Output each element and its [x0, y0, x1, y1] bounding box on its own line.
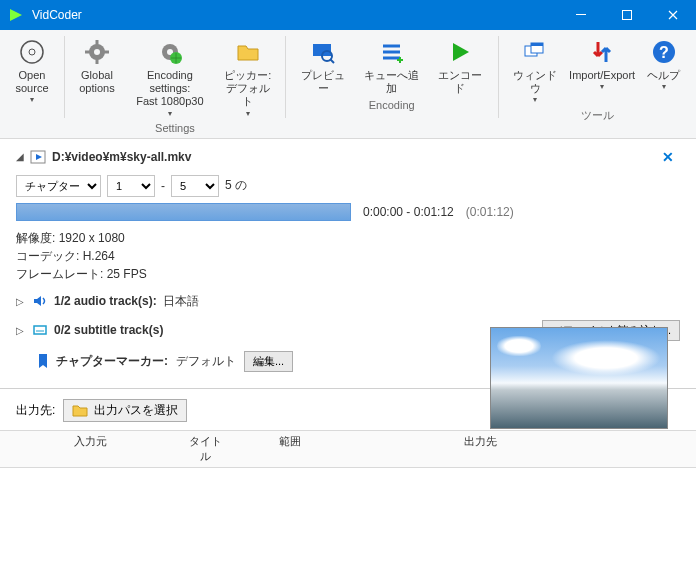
- open-source-label: Open source: [15, 69, 48, 95]
- help-icon: ?: [648, 36, 680, 68]
- col-range[interactable]: 範囲: [230, 431, 350, 467]
- svg-point-6: [94, 49, 100, 55]
- source-row: ◢ D:¥video¥m¥sky-all.mkv ✕: [16, 149, 680, 165]
- encode-button[interactable]: エンコード: [428, 34, 491, 97]
- queue-button[interactable]: キューへ追加: [355, 34, 428, 97]
- ribbon-group-settings: Global options Encoding settings: Fast 1…: [65, 34, 285, 136]
- import-export-button[interactable]: Import/Export ▾: [566, 34, 638, 106]
- chapter-select[interactable]: チャプター: [16, 175, 101, 197]
- open-source-button[interactable]: Open source ▾: [6, 34, 58, 106]
- preview-label: プレビュー: [298, 69, 349, 95]
- subtitle-count: 0/2 subtitle track(s): [54, 323, 163, 337]
- output-column-headers: 入力元 タイトル 範囲 出力先: [0, 430, 696, 468]
- encoding-settings-label: Encoding settings: Fast 1080p30: [129, 69, 211, 109]
- output-label: 出力先:: [16, 402, 55, 419]
- col-dest[interactable]: 出力先: [350, 431, 610, 467]
- choose-output-label: 出力パスを選択: [94, 402, 178, 419]
- chevron-down-icon: ▾: [533, 95, 537, 104]
- queue-label: キューへ追加: [361, 69, 422, 95]
- resolution-label: 解像度:: [16, 231, 55, 245]
- windows-icon: [519, 36, 551, 68]
- play-icon: [444, 36, 476, 68]
- audio-track-row: ▷ 1/2 audio track(s): 日本語: [16, 293, 680, 310]
- chapter-to[interactable]: 5: [171, 175, 219, 197]
- window-button[interactable]: ウィンドウ ▾: [504, 34, 566, 106]
- window-label: ウィンドウ: [510, 69, 560, 95]
- edit-chapters-button[interactable]: 編集...: [244, 351, 293, 372]
- framerate-label: フレームレート:: [16, 267, 103, 281]
- maximize-button[interactable]: [604, 0, 650, 30]
- speaker-icon: [32, 293, 48, 309]
- folder-icon: [72, 403, 88, 417]
- chapter-row: チャプター 1 - 5 5 の: [16, 175, 680, 197]
- svg-rect-1: [576, 14, 586, 15]
- svg-text:?: ?: [659, 44, 669, 61]
- encode-label: エンコード: [434, 69, 485, 95]
- svg-point-4: [29, 49, 35, 55]
- preview-thumbnail[interactable]: [490, 327, 668, 429]
- close-button[interactable]: [650, 0, 696, 30]
- expand-icon[interactable]: ▷: [16, 296, 26, 307]
- progress-row: 0:00:00 - 0:01:12 (0:01:12): [16, 203, 680, 221]
- expand-triangle-icon[interactable]: ◢: [16, 151, 24, 162]
- source-path: D:¥video¥m¥sky-all.mkv: [52, 150, 191, 164]
- chapter-of: 5 の: [225, 177, 247, 194]
- progress-bar[interactable]: [16, 203, 351, 221]
- help-button[interactable]: ? ヘルプ ▾: [638, 34, 690, 106]
- group-settings-label: Settings: [155, 122, 195, 136]
- time-duration: (0:01:12): [466, 205, 514, 219]
- titlebar: VidCoder: [0, 0, 696, 30]
- ribbon-group-encoding: プレビュー キューへ追加 エンコード Encoding: [286, 34, 498, 136]
- col-title[interactable]: タイトル: [180, 431, 230, 467]
- framerate-value: 25 FPS: [107, 267, 147, 281]
- help-label: ヘルプ: [647, 69, 680, 82]
- svg-line-16: [330, 59, 334, 63]
- expand-icon[interactable]: ▷: [16, 325, 26, 336]
- app-title: VidCoder: [32, 8, 558, 22]
- gear-globe-icon: [154, 36, 186, 68]
- close-source-button[interactable]: ✕: [656, 149, 680, 165]
- minimize-button[interactable]: [558, 0, 604, 30]
- encoding-settings-button[interactable]: Encoding settings: Fast 1080p30 ▾: [123, 34, 217, 120]
- import-export-label: Import/Export: [569, 69, 635, 82]
- global-options-button[interactable]: Global options: [71, 34, 123, 120]
- audio-count: 1/2 audio track(s):: [54, 294, 157, 308]
- arrows-icon: [586, 36, 618, 68]
- picker-button[interactable]: ピッカー: デフォルト ▾: [217, 34, 279, 120]
- svg-rect-2: [623, 11, 632, 20]
- chevron-down-icon: ▾: [168, 109, 172, 118]
- chevron-down-icon: ▾: [30, 95, 34, 104]
- chevron-down-icon: ▾: [600, 82, 604, 91]
- global-options-label: Global options: [79, 69, 114, 95]
- svg-rect-25: [531, 43, 543, 46]
- magnifier-icon: [307, 36, 339, 68]
- group-tools-label: ツール: [581, 108, 614, 122]
- chevron-down-icon: ▾: [662, 82, 666, 91]
- codec-value: H.264: [83, 249, 115, 263]
- time-range: 0:00:00 - 0:01:12: [363, 205, 454, 219]
- video-file-icon: [30, 149, 46, 165]
- disc-icon: [16, 36, 48, 68]
- picker-label: ピッカー: デフォルト: [223, 69, 273, 109]
- preview-button[interactable]: プレビュー: [292, 34, 355, 97]
- ribbon-group-tools: ウィンドウ ▾ Import/Export ▾ ? ヘルプ ▾ ツール: [498, 34, 696, 136]
- bookmark-icon: [38, 354, 48, 368]
- chapter-marker-label: チャプターマーカー:: [56, 353, 168, 370]
- svg-rect-8: [95, 59, 98, 64]
- svg-marker-30: [34, 296, 41, 306]
- content-area: ◢ D:¥video¥m¥sky-all.mkv ✕ チャプター 1 - 5 5…: [0, 139, 696, 372]
- svg-rect-9: [85, 51, 90, 54]
- col-source[interactable]: 入力元: [0, 431, 180, 467]
- svg-marker-22: [453, 43, 469, 61]
- audio-lang: 日本語: [163, 293, 199, 310]
- subtitle-icon: [32, 322, 48, 338]
- ribbon-group-open: Open source ▾: [0, 34, 64, 136]
- range-sep: -: [161, 179, 165, 193]
- chapter-marker-value: デフォルト: [176, 353, 236, 370]
- group-encoding-label: Encoding: [369, 99, 415, 113]
- gear-icon: [81, 36, 113, 68]
- chapter-from[interactable]: 1: [107, 175, 155, 197]
- choose-output-button[interactable]: 出力パスを選択: [63, 399, 187, 422]
- ribbon: Open source ▾ Global options Encoding se…: [0, 30, 696, 139]
- app-icon: [8, 7, 24, 23]
